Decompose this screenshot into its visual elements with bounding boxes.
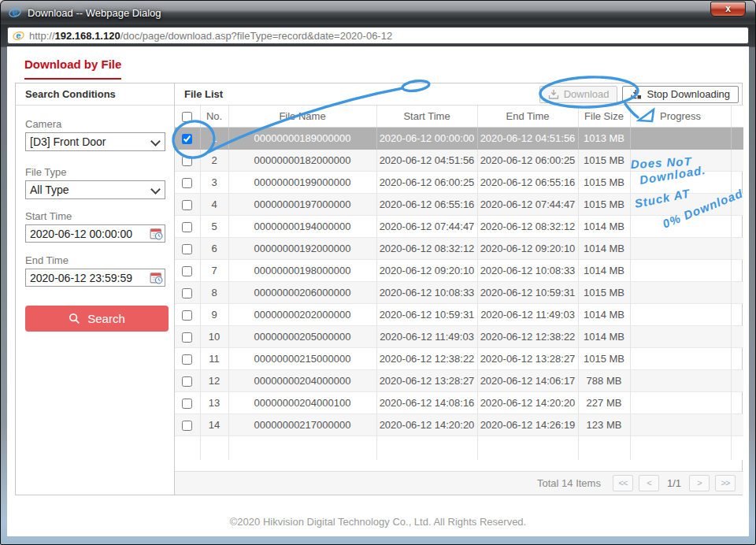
table-row[interactable]: 2000000001820000002020-06-12 04:51:56202…: [175, 149, 743, 171]
cell-progress: [630, 149, 731, 171]
row-checkbox[interactable]: [182, 332, 192, 343]
pagination-bar: Total 14 Items << < 1/1 > >>: [175, 471, 743, 495]
column-header-end-time: End Time: [477, 106, 578, 127]
download-button-label: Download: [564, 83, 610, 106]
table-row[interactable]: 14000000002170000002020-06-12 14:20:2020…: [175, 413, 743, 436]
cell-progress: [630, 259, 731, 281]
cell-spacer: [731, 281, 743, 303]
calendar-icon[interactable]: [150, 227, 163, 240]
file-list-header: File List Download: [175, 83, 743, 106]
row-checkbox[interactable]: [182, 310, 192, 321]
prev-page-button[interactable]: <: [639, 475, 659, 491]
svg-text:e: e: [16, 31, 20, 40]
row-checkbox[interactable]: [182, 376, 192, 387]
cell-file-size: 1015 MB: [578, 193, 630, 215]
cell-file-size: 1014 MB: [578, 303, 630, 325]
cell-no: 13: [200, 391, 228, 413]
title-bar[interactable]: e Download -- Webpage Dialog x: [1, 1, 755, 24]
next-page-button[interactable]: >: [689, 475, 710, 491]
cell-checkbox: [175, 171, 200, 193]
cell-file-size: 1014 MB: [578, 259, 630, 281]
cell-no: 12: [200, 369, 228, 391]
table-row[interactable]: 11000000002150000002020-06-12 12:38:2220…: [175, 347, 743, 369]
cell-end-time: 2020-06-12 07:44:47: [477, 193, 578, 215]
column-header-progress: Progress: [630, 106, 731, 127]
cell-spacer: [731, 347, 743, 369]
file-type-label: File Type: [25, 166, 67, 178]
calendar-icon[interactable]: [150, 271, 163, 284]
filler-cell: [630, 436, 731, 460]
table-header-row: No.File NameStart TimeEnd TimeFile SizeP…: [175, 106, 743, 127]
cell-spacer: [731, 171, 743, 193]
row-checkbox[interactable]: [182, 399, 192, 409]
table-row[interactable]: 8000000002060000002020-06-12 10:08:33202…: [175, 281, 743, 303]
cell-start-time: 2020-06-12 13:28:27: [376, 369, 477, 391]
magnifier-icon: [69, 313, 80, 324]
cell-start-time: 2020-06-12 08:32:12: [376, 237, 477, 259]
svg-text:e: e: [13, 7, 18, 18]
last-page-button[interactable]: >>: [715, 475, 736, 491]
row-checkbox[interactable]: [182, 354, 192, 365]
cell-end-time: 2020-06-12 04:51:56: [477, 127, 578, 149]
main-box: Search Conditions Camera [D3] Front Door…: [15, 83, 743, 495]
filler-cell: [477, 436, 578, 460]
cell-start-time: 2020-06-12 10:59:31: [376, 303, 477, 325]
table-row[interactable]: 1000000001890000002020-06-12 00:00:00202…: [175, 127, 743, 149]
cell-file-name: 00000000199000000: [228, 171, 376, 193]
row-checkbox[interactable]: [182, 178, 192, 188]
start-time-input[interactable]: [25, 224, 165, 243]
file-type-select-wrap: All Type: [25, 180, 165, 199]
row-checkbox[interactable]: [182, 222, 192, 232]
cell-file-name: 00000000206000000: [228, 281, 376, 303]
cell-checkbox: [175, 303, 200, 325]
cell-no: 10: [200, 325, 228, 347]
row-checkbox[interactable]: [182, 134, 192, 144]
first-page-button[interactable]: <<: [613, 475, 633, 491]
download-button[interactable]: Download: [539, 86, 618, 103]
file-type-select[interactable]: All Type: [25, 180, 165, 199]
cell-progress: [630, 347, 731, 369]
address-bar: e http://192.168.1.120/doc/page/download…: [1, 24, 755, 46]
table-row[interactable]: 6000000001920000002020-06-12 08:32:12202…: [175, 237, 743, 259]
cell-start-time: 2020-06-12 14:20:20: [376, 413, 477, 436]
address-field[interactable]: e http://192.168.1.120/doc/page/download…: [7, 27, 749, 44]
row-checkbox[interactable]: [182, 244, 192, 254]
end-time-input[interactable]: [25, 269, 165, 287]
select-all-checkbox[interactable]: [182, 112, 192, 122]
cell-file-name: 00000000182000000: [228, 149, 376, 171]
table-row[interactable]: 9000000002020000002020-06-12 10:59:31202…: [175, 303, 743, 325]
table-row[interactable]: 5000000001940000002020-06-12 07:44:47202…: [175, 215, 743, 237]
cell-end-time: 2020-06-12 06:00:25: [477, 149, 578, 171]
cell-start-time: 2020-06-12 12:38:22: [376, 347, 477, 369]
column-header-start-time: Start Time: [376, 106, 477, 127]
table-row[interactable]: 13000000002040001002020-06-12 14:08:1620…: [175, 391, 743, 413]
row-checkbox[interactable]: [182, 156, 192, 166]
cell-end-time: 2020-06-12 09:20:10: [477, 237, 578, 259]
filler-cell: [228, 436, 376, 460]
cell-start-time: 2020-06-12 07:44:47: [376, 215, 477, 237]
table-row[interactable]: 12000000002040000002020-06-12 13:28:2720…: [175, 369, 743, 391]
tab-download-by-file[interactable]: Download by File: [24, 57, 121, 80]
cell-progress: [630, 193, 731, 215]
table-row[interactable]: 4000000001970000002020-06-12 06:55:16202…: [175, 193, 743, 215]
row-checkbox[interactable]: [182, 266, 192, 276]
close-button[interactable]: x: [710, 2, 746, 17]
table-row[interactable]: 3000000001990000002020-06-12 06:00:25202…: [175, 171, 743, 193]
table-row[interactable]: 7000000001980000002020-06-12 09:20:10202…: [175, 259, 743, 281]
row-checkbox[interactable]: [182, 421, 192, 431]
total-items-label: Total 14 Items: [537, 477, 601, 489]
row-checkbox[interactable]: [182, 200, 192, 210]
cell-progress: [630, 369, 731, 391]
table-row[interactable]: 10000000002050000002020-06-12 11:49:0320…: [175, 325, 743, 347]
row-checkbox[interactable]: [182, 288, 192, 298]
cell-no: 11: [200, 347, 228, 369]
cell-checkbox: [175, 369, 200, 391]
cell-spacer: [731, 303, 743, 325]
search-button[interactable]: Search: [25, 306, 169, 332]
search-conditions-panel: Search Conditions Camera [D3] Front Door…: [16, 83, 175, 495]
camera-select[interactable]: [D3] Front Door: [25, 132, 165, 151]
search-button-label: Search: [87, 312, 125, 325]
stop-downloading-button[interactable]: Stop Downloading: [622, 86, 739, 103]
cell-checkbox: [175, 391, 200, 413]
cell-file-size: 1015 MB: [578, 171, 630, 193]
